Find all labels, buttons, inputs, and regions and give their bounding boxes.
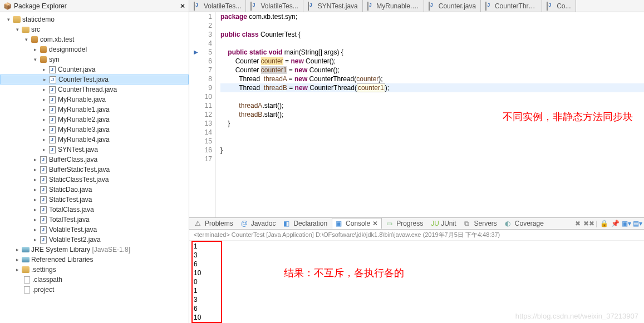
tree-file[interactable]: ▸MyRunable4.java: [0, 135, 189, 145]
expand-toggle-icon[interactable]: ▸: [31, 206, 39, 213]
file-label: MyRunable2.java: [58, 116, 110, 123]
tab-console[interactable]: ▣Console ✕: [332, 218, 382, 229]
file-label: TotalTest.java: [49, 216, 90, 223]
tree-syn[interactable]: ▾ syn: [0, 54, 189, 64]
tree-file[interactable]: ▸CounterThread.java: [0, 85, 189, 95]
tree-src[interactable]: ▾ src: [0, 24, 189, 34]
editor-tab[interactable]: MyRunable.java: [363, 0, 424, 12]
tab-label: SYNTest.java: [318, 2, 358, 10]
tree-file[interactable]: ▸Counter.java: [0, 64, 189, 74]
tree-file[interactable]: ▸MyRunable2.java: [0, 115, 189, 125]
open-console-icon[interactable]: ▤▾: [633, 219, 642, 228]
expand-toggle-icon[interactable]: ▸: [40, 126, 48, 133]
tree-classpath[interactable]: .classpath: [0, 275, 189, 285]
expand-toggle-icon[interactable]: ▾: [4, 16, 12, 23]
project-tree: ▾ staticdemo ▾ src ▾ com.xb.test ▸ desig…: [0, 12, 189, 323]
code-editor[interactable]: ▶ 1234567891011121314151617 package com.…: [189, 12, 644, 217]
file-label: VolatileTest2.java: [49, 236, 101, 244]
expand-toggle-icon[interactable]: ▸: [40, 66, 48, 73]
code-body[interactable]: package com.xb.test.syn; public class Co…: [216, 12, 644, 217]
file-label: StaticClassTest.java: [49, 176, 109, 183]
expand-toggle-icon[interactable]: ▸: [40, 96, 48, 103]
expand-toggle-icon[interactable]: ▸: [31, 236, 39, 244]
expand-toggle-icon[interactable]: ▸: [13, 256, 21, 264]
tab-junit[interactable]: JUJUnit: [427, 218, 459, 228]
expand-toggle-icon[interactable]: ▾: [22, 36, 30, 43]
tree-file[interactable]: ▸StaticTest.java: [0, 195, 189, 205]
expand-toggle-icon[interactable]: ▸: [31, 186, 39, 193]
tree-file[interactable]: ▸StaticDao.java: [0, 185, 189, 195]
tree-file[interactable]: ▸TotalClass.java: [0, 205, 189, 215]
file-label: TotalClass.java: [49, 206, 94, 213]
tree-package[interactable]: ▾ com.xb.test: [0, 34, 189, 44]
expand-toggle-icon[interactable]: ▸: [40, 86, 48, 93]
java-file-icon: [40, 206, 47, 213]
tree-designmodel[interactable]: ▸ designmodel: [0, 44, 189, 54]
tree-file[interactable]: ▸MyRunable3.java: [0, 125, 189, 135]
scroll-lock-icon[interactable]: 🔒: [599, 219, 608, 228]
expand-toggle-icon[interactable]: ▸: [40, 136, 48, 143]
tree-file[interactable]: ▸SYNTest.java: [0, 145, 189, 155]
line-number: 11: [198, 101, 212, 110]
expand-toggle-icon[interactable]: ▸: [31, 216, 39, 223]
tree-projectfile[interactable]: .project: [0, 285, 189, 295]
expand-toggle-icon[interactable]: ▸: [40, 116, 48, 123]
tree-file[interactable]: ▸VolatileTest.java: [0, 225, 189, 235]
editor-tab[interactable]: VolatileTes...: [189, 0, 246, 12]
expand-toggle-icon[interactable]: ▸: [31, 226, 39, 233]
editor-tab[interactable]: CounterThrea...: [481, 0, 542, 12]
display-console-icon[interactable]: ▣▾: [622, 219, 631, 228]
expand-toggle-icon[interactable]: ▸: [31, 166, 39, 173]
expand-toggle-icon[interactable]: ▸: [40, 106, 48, 113]
tree-file[interactable]: ▸BufferStaticTest.java: [0, 165, 189, 175]
tree-file[interactable]: ▸VolatileTest2.java: [0, 235, 189, 245]
tab-servers[interactable]: ⧉Servers: [461, 218, 500, 228]
editor-tab[interactable]: VolatileTes...: [246, 0, 303, 12]
close-icon[interactable]: ✕: [180, 2, 185, 10]
progress-icon: ▭: [386, 220, 394, 227]
expand-toggle-icon[interactable]: ▾: [31, 56, 39, 63]
tree-settings[interactable]: ▸ .settings: [0, 265, 189, 275]
pin-icon[interactable]: 📌: [611, 219, 620, 228]
expand-toggle-icon[interactable]: ▸: [31, 46, 39, 53]
tab-coverage[interactable]: ◐Coverage: [502, 218, 547, 228]
tab-declaration[interactable]: ◧Declaration: [280, 218, 331, 228]
file-label: MyRunable.java: [58, 96, 106, 103]
tab-progress[interactable]: ▭Progress: [383, 218, 426, 228]
tree-project[interactable]: ▾ staticdemo: [0, 14, 189, 24]
editor-tab[interactable]: Counter.java: [424, 0, 481, 12]
expand-toggle-icon[interactable]: ▸: [31, 196, 39, 203]
expand-toggle-icon[interactable]: ▾: [13, 26, 21, 33]
expand-toggle-icon[interactable]: ▸: [13, 246, 21, 254]
package-icon: [40, 56, 47, 63]
tree-file[interactable]: ▸BufferClass.java: [0, 155, 189, 165]
editor-tab[interactable]: Co...: [542, 0, 576, 12]
tree-jre[interactable]: ▸ JRE System Library [JavaSE-1.8]: [0, 245, 189, 255]
expand-toggle-icon[interactable]: ▸: [13, 266, 21, 274]
console-icon: ▣: [336, 220, 343, 227]
file-label: SYNTest.java: [58, 146, 98, 153]
file-label: BufferClass.java: [49, 156, 97, 163]
expand-toggle-icon[interactable]: ▸: [31, 156, 39, 163]
console-output[interactable]: 13610013610 结果：不互斥，各执行各的 https://blog.cs…: [189, 241, 644, 323]
editor-tab[interactable]: SYNTest.java: [303, 0, 363, 12]
tree-reflib[interactable]: ▸ Referenced Libraries: [0, 255, 189, 265]
tree-file[interactable]: ▸TotalTest.java: [0, 215, 189, 225]
tree-file[interactable]: ▸CounterTest.java: [0, 74, 189, 85]
tree-file[interactable]: ▸MyRunable1.java: [0, 105, 189, 115]
close-icon[interactable]: ✕: [372, 220, 378, 227]
coverage-icon: ◐: [505, 220, 513, 227]
expand-toggle-icon[interactable]: ▸: [40, 146, 48, 153]
java-file-icon: [40, 166, 47, 173]
remove-all-icon[interactable]: ✖✖: [584, 219, 593, 228]
expand-toggle-icon[interactable]: ▸: [41, 76, 48, 83]
tree-file[interactable]: ▸MyRunable.java: [0, 95, 189, 105]
line-number: 1: [198, 12, 212, 21]
library-icon: [22, 257, 30, 262]
tab-javadoc[interactable]: @Javadoc: [238, 218, 279, 228]
tab-problems[interactable]: ⚠Problems: [191, 218, 237, 228]
tab-label: VolatileTes...: [204, 2, 241, 10]
expand-toggle-icon[interactable]: ▸: [31, 176, 39, 183]
tree-file[interactable]: ▸StaticClassTest.java: [0, 175, 189, 185]
remove-launch-icon[interactable]: ✖: [573, 219, 582, 228]
